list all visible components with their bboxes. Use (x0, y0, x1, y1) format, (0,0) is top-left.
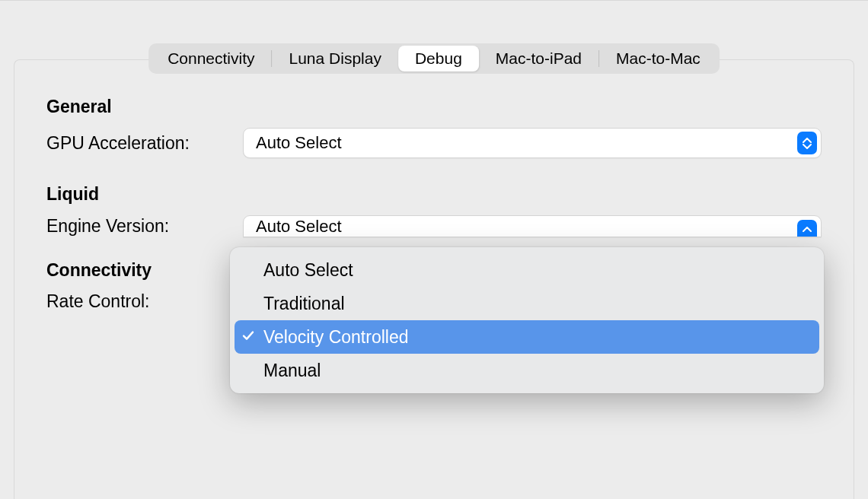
select-engine-version[interactable]: Auto Select (243, 215, 822, 237)
select-gpu-acceleration-value: Auto Select (256, 133, 342, 153)
label-gpu-acceleration: GPU Acceleration: (46, 133, 243, 154)
tab-connectivity[interactable]: Connectivity (151, 46, 271, 72)
tab-mac-to-ipad[interactable]: Mac-to-iPad (479, 46, 598, 72)
select-engine-version-value: Auto Select (256, 219, 342, 234)
select-gpu-acceleration[interactable]: Auto Select (243, 128, 822, 158)
row-engine-version: Engine Version: Auto Select (46, 215, 822, 237)
tab-mac-to-mac[interactable]: Mac-to-Mac (599, 46, 717, 72)
dropdown-item-traditional[interactable]: Traditional (235, 287, 819, 320)
preferences-tab-bar: Connectivity Luna Display Debug Mac-to-i… (148, 43, 720, 74)
dropdown-item-label: Velocity Controlled (263, 327, 409, 347)
dropdown-item-manual[interactable]: Manual (235, 354, 819, 387)
section-heading-general: General (46, 97, 822, 117)
updown-stepper-icon (797, 132, 817, 154)
dropdown-item-auto-select[interactable]: Auto Select (235, 253, 819, 287)
tab-debug[interactable]: Debug (398, 46, 479, 72)
label-engine-version: Engine Version: (46, 216, 243, 237)
label-rate-control: Rate Control: (46, 291, 243, 312)
section-heading-liquid: Liquid (46, 184, 822, 205)
tab-luna-display[interactable]: Luna Display (273, 46, 398, 72)
checkmark-icon (241, 319, 255, 353)
dropdown-item-velocity-controlled[interactable]: Velocity Controlled (235, 320, 819, 354)
row-gpu-acceleration: GPU Acceleration: Auto Select (46, 128, 822, 158)
dropdown-rate-control: Auto Select Traditional Velocity Control… (230, 247, 824, 393)
updown-stepper-icon (797, 220, 817, 237)
